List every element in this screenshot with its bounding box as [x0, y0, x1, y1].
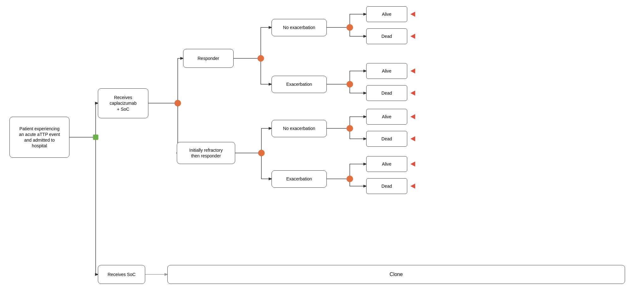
exacerbation-1-node: Exacerbation — [271, 76, 327, 93]
svg-marker-18 — [410, 34, 415, 39]
clone-node: Clone — [167, 265, 625, 284]
svg-marker-19 — [410, 68, 415, 74]
receives-soc-label: Receives SoC — [108, 272, 136, 277]
svg-point-13 — [347, 125, 353, 132]
dead-3-label: Dead — [381, 136, 392, 142]
responder-label: Responder — [198, 56, 219, 61]
initially-refractory-label: Initially refractory then responder — [189, 147, 223, 159]
dead-3-node: Dead — [366, 131, 407, 147]
svg-marker-17 — [410, 12, 415, 17]
clone-label: Clone — [390, 271, 403, 278]
svg-marker-20 — [410, 91, 415, 96]
alive-1-node: Alive — [366, 6, 407, 22]
responder-node: Responder — [183, 49, 234, 68]
alive-1-label: Alive — [382, 11, 391, 17]
exacerbation-2-node: Exacerbation — [271, 170, 327, 188]
svg-rect-1 — [93, 135, 98, 140]
alive-2-label: Alive — [382, 68, 391, 74]
alive-3-label: Alive — [382, 114, 391, 120]
dead-2-node: Dead — [366, 85, 407, 101]
svg-point-15 — [347, 176, 353, 182]
svg-point-3 — [175, 100, 181, 106]
alive-4-label: Alive — [382, 161, 391, 167]
diagram-svg — [0, 0, 644, 300]
dead-1-label: Dead — [381, 33, 392, 39]
receives-caplacizumab-node: Receives caplacizumab + SoC — [98, 88, 148, 118]
exacerbation-2-label: Exacerbation — [286, 176, 312, 182]
svg-marker-22 — [410, 136, 415, 141]
exacerbation-1-label: Exacerbation — [286, 81, 312, 87]
diagram-container: Patient experiencing an acute aTTP event… — [0, 0, 644, 300]
dead-4-label: Dead — [381, 183, 392, 189]
dead-4-node: Dead — [366, 178, 407, 194]
initially-refractory-node: Initially refractory then responder — [177, 142, 235, 164]
patient-node: Patient experiencing an acute aTTP event… — [9, 117, 69, 158]
svg-point-5 — [258, 55, 264, 62]
svg-marker-21 — [410, 114, 415, 119]
no-exacerbation-2-label: No exacerbation — [283, 126, 315, 131]
receives-caplacizumab-label: Receives caplacizumab + SoC — [110, 95, 137, 112]
receives-soc-node: Receives SoC — [98, 265, 145, 284]
svg-marker-23 — [410, 162, 415, 167]
no-exacerbation-1-node: No exacerbation — [271, 19, 327, 36]
svg-point-11 — [347, 81, 353, 87]
alive-3-node: Alive — [366, 109, 407, 125]
no-exacerbation-2-node: No exacerbation — [271, 120, 327, 137]
svg-point-9 — [347, 24, 353, 31]
alive-4-node: Alive — [366, 156, 407, 172]
no-exacerbation-1-label: No exacerbation — [283, 25, 315, 30]
dead-1-node: Dead — [366, 28, 407, 44]
patient-label: Patient experiencing an acute aTTP event… — [19, 126, 60, 149]
svg-point-7 — [258, 150, 265, 156]
svg-marker-24 — [410, 184, 415, 189]
dead-2-label: Dead — [381, 90, 392, 96]
alive-2-node: Alive — [366, 63, 407, 79]
